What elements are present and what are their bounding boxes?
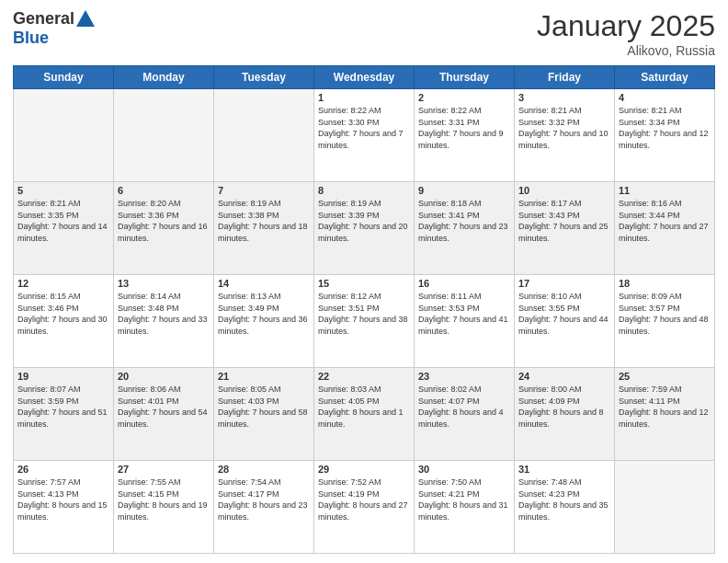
calendar-day-cell: 27Sunrise: 7:55 AMSunset: 4:15 PMDayligh… bbox=[114, 461, 214, 554]
day-info: Sunrise: 8:07 AMSunset: 3:59 PMDaylight:… bbox=[17, 384, 109, 430]
calendar-day-cell: 19Sunrise: 8:07 AMSunset: 3:59 PMDayligh… bbox=[14, 368, 114, 461]
calendar-week-2: 5Sunrise: 8:21 AMSunset: 3:35 PMDaylight… bbox=[14, 182, 715, 275]
day-info: Sunrise: 8:20 AMSunset: 3:36 PMDaylight:… bbox=[118, 198, 210, 244]
day-number: 2 bbox=[418, 92, 510, 103]
day-info: Sunrise: 8:02 AMSunset: 4:07 PMDaylight:… bbox=[418, 384, 510, 430]
weekday-header-sunday: Sunday bbox=[14, 66, 114, 89]
day-number: 12 bbox=[17, 278, 109, 289]
day-number: 8 bbox=[318, 185, 410, 196]
calendar-day-cell: 30Sunrise: 7:50 AMSunset: 4:21 PMDayligh… bbox=[415, 461, 515, 554]
day-info: Sunrise: 8:21 AMSunset: 3:32 PMDaylight:… bbox=[518, 105, 610, 151]
calendar-day-cell: 5Sunrise: 8:21 AMSunset: 3:35 PMDaylight… bbox=[14, 182, 114, 275]
calendar-week-3: 12Sunrise: 8:15 AMSunset: 3:46 PMDayligh… bbox=[14, 275, 715, 368]
location: Alikovo, Russia bbox=[537, 43, 715, 58]
calendar-day-cell: 22Sunrise: 8:03 AMSunset: 4:05 PMDayligh… bbox=[314, 368, 415, 461]
day-number: 7 bbox=[218, 185, 310, 196]
day-info: Sunrise: 8:17 AMSunset: 3:43 PMDaylight:… bbox=[518, 198, 610, 244]
day-number: 25 bbox=[619, 371, 711, 382]
calendar-day-cell: 15Sunrise: 8:12 AMSunset: 3:51 PMDayligh… bbox=[314, 275, 415, 368]
weekday-header-saturday: Saturday bbox=[615, 66, 715, 89]
calendar-day-cell: 16Sunrise: 8:11 AMSunset: 3:53 PMDayligh… bbox=[415, 275, 515, 368]
weekday-header-friday: Friday bbox=[515, 66, 615, 89]
day-number: 17 bbox=[518, 278, 610, 289]
day-info: Sunrise: 8:22 AMSunset: 3:31 PMDaylight:… bbox=[418, 105, 510, 151]
day-number: 21 bbox=[218, 371, 310, 382]
day-info: Sunrise: 7:55 AMSunset: 4:15 PMDaylight:… bbox=[118, 477, 210, 523]
day-info: Sunrise: 8:06 AMSunset: 4:01 PMDaylight:… bbox=[118, 384, 210, 430]
page: General Blue January 2025 Alikovo, Russi… bbox=[0, 0, 728, 563]
day-number: 14 bbox=[218, 278, 310, 289]
day-number: 31 bbox=[518, 464, 610, 475]
day-info: Sunrise: 8:18 AMSunset: 3:41 PMDaylight:… bbox=[418, 198, 510, 244]
calendar-day-cell: 7Sunrise: 8:19 AMSunset: 3:38 PMDaylight… bbox=[214, 182, 314, 275]
day-number: 6 bbox=[118, 185, 210, 196]
calendar-day-cell: 11Sunrise: 8:16 AMSunset: 3:44 PMDayligh… bbox=[615, 182, 715, 275]
calendar-day-cell: 25Sunrise: 7:59 AMSunset: 4:11 PMDayligh… bbox=[615, 368, 715, 461]
weekday-header-wednesday: Wednesday bbox=[314, 66, 415, 89]
calendar-day-cell bbox=[114, 89, 214, 182]
day-number: 13 bbox=[118, 278, 210, 289]
day-number: 18 bbox=[619, 278, 711, 289]
calendar-day-cell bbox=[214, 89, 314, 182]
day-number: 30 bbox=[418, 464, 510, 475]
month-year: January 2025 bbox=[537, 9, 715, 43]
day-number: 4 bbox=[619, 92, 711, 103]
logo-triangle-icon bbox=[76, 10, 95, 27]
day-info: Sunrise: 8:14 AMSunset: 3:48 PMDaylight:… bbox=[118, 291, 210, 337]
weekday-header-tuesday: Tuesday bbox=[214, 66, 314, 89]
day-info: Sunrise: 7:54 AMSunset: 4:17 PMDaylight:… bbox=[218, 477, 310, 523]
day-info: Sunrise: 7:52 AMSunset: 4:19 PMDaylight:… bbox=[318, 477, 410, 523]
day-number: 19 bbox=[17, 371, 109, 382]
calendar-day-cell: 2Sunrise: 8:22 AMSunset: 3:31 PMDaylight… bbox=[415, 89, 515, 182]
calendar-day-cell: 17Sunrise: 8:10 AMSunset: 3:55 PMDayligh… bbox=[515, 275, 615, 368]
day-number: 24 bbox=[518, 371, 610, 382]
calendar-day-cell: 20Sunrise: 8:06 AMSunset: 4:01 PMDayligh… bbox=[114, 368, 214, 461]
day-info: Sunrise: 8:05 AMSunset: 4:03 PMDaylight:… bbox=[218, 384, 310, 430]
day-info: Sunrise: 8:15 AMSunset: 3:46 PMDaylight:… bbox=[17, 291, 109, 337]
day-number: 15 bbox=[318, 278, 410, 289]
day-number: 10 bbox=[518, 185, 610, 196]
calendar-day-cell: 23Sunrise: 8:02 AMSunset: 4:07 PMDayligh… bbox=[415, 368, 515, 461]
weekday-header-monday: Monday bbox=[114, 66, 214, 89]
calendar-week-5: 26Sunrise: 7:57 AMSunset: 4:13 PMDayligh… bbox=[14, 461, 715, 554]
calendar-day-cell bbox=[14, 89, 114, 182]
weekday-header-row: SundayMondayTuesdayWednesdayThursdayFrid… bbox=[14, 66, 715, 89]
day-info: Sunrise: 8:12 AMSunset: 3:51 PMDaylight:… bbox=[318, 291, 410, 337]
day-number: 1 bbox=[318, 92, 410, 103]
day-info: Sunrise: 8:22 AMSunset: 3:30 PMDaylight:… bbox=[318, 105, 410, 151]
day-info: Sunrise: 7:48 AMSunset: 4:23 PMDaylight:… bbox=[518, 477, 610, 523]
day-number: 23 bbox=[418, 371, 510, 382]
day-number: 3 bbox=[518, 92, 610, 103]
calendar-day-cell: 13Sunrise: 8:14 AMSunset: 3:48 PMDayligh… bbox=[114, 275, 214, 368]
calendar-day-cell: 8Sunrise: 8:19 AMSunset: 3:39 PMDaylight… bbox=[314, 182, 415, 275]
calendar-day-cell: 18Sunrise: 8:09 AMSunset: 3:57 PMDayligh… bbox=[615, 275, 715, 368]
day-info: Sunrise: 8:21 AMSunset: 3:34 PMDaylight:… bbox=[619, 105, 711, 151]
calendar-day-cell: 4Sunrise: 8:21 AMSunset: 3:34 PMDaylight… bbox=[615, 89, 715, 182]
day-number: 22 bbox=[318, 371, 410, 382]
calendar-week-4: 19Sunrise: 8:07 AMSunset: 3:59 PMDayligh… bbox=[14, 368, 715, 461]
logo-general-text: General bbox=[13, 9, 74, 29]
day-info: Sunrise: 8:19 AMSunset: 3:38 PMDaylight:… bbox=[218, 198, 310, 244]
day-number: 20 bbox=[118, 371, 210, 382]
calendar-day-cell: 21Sunrise: 8:05 AMSunset: 4:03 PMDayligh… bbox=[214, 368, 314, 461]
day-number: 16 bbox=[418, 278, 510, 289]
day-info: Sunrise: 8:13 AMSunset: 3:49 PMDaylight:… bbox=[218, 291, 310, 337]
day-info: Sunrise: 7:57 AMSunset: 4:13 PMDaylight:… bbox=[17, 477, 109, 523]
calendar-table: SundayMondayTuesdayWednesdayThursdayFrid… bbox=[13, 65, 715, 554]
weekday-header-thursday: Thursday bbox=[415, 66, 515, 89]
header-title: January 2025 Alikovo, Russia bbox=[537, 9, 715, 58]
calendar-day-cell: 10Sunrise: 8:17 AMSunset: 3:43 PMDayligh… bbox=[515, 182, 615, 275]
calendar-day-cell: 1Sunrise: 8:22 AMSunset: 3:30 PMDaylight… bbox=[314, 89, 415, 182]
calendar-day-cell: 12Sunrise: 8:15 AMSunset: 3:46 PMDayligh… bbox=[14, 275, 114, 368]
day-info: Sunrise: 8:00 AMSunset: 4:09 PMDaylight:… bbox=[518, 384, 610, 430]
day-number: 28 bbox=[218, 464, 310, 475]
calendar-day-cell: 9Sunrise: 8:18 AMSunset: 3:41 PMDaylight… bbox=[415, 182, 515, 275]
day-info: Sunrise: 8:11 AMSunset: 3:53 PMDaylight:… bbox=[418, 291, 510, 337]
day-number: 26 bbox=[17, 464, 109, 475]
header: General Blue January 2025 Alikovo, Russi… bbox=[13, 9, 715, 58]
day-info: Sunrise: 8:19 AMSunset: 3:39 PMDaylight:… bbox=[318, 198, 410, 244]
calendar-day-cell: 31Sunrise: 7:48 AMSunset: 4:23 PMDayligh… bbox=[515, 461, 615, 554]
calendar-day-cell bbox=[615, 461, 715, 554]
calendar-day-cell: 14Sunrise: 8:13 AMSunset: 3:49 PMDayligh… bbox=[214, 275, 314, 368]
day-info: Sunrise: 8:03 AMSunset: 4:05 PMDaylight:… bbox=[318, 384, 410, 430]
